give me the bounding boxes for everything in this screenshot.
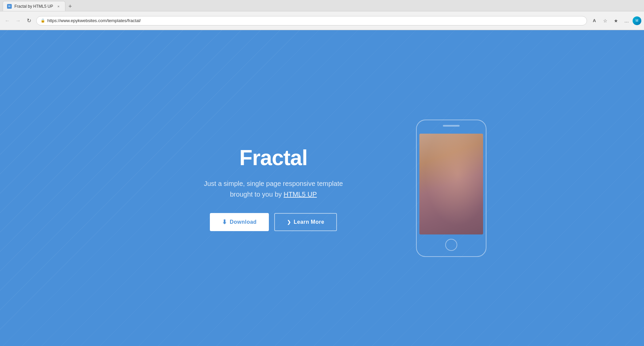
learn-more-label: Learn More [294, 219, 324, 225]
lock-icon: 🔒 [41, 18, 45, 23]
download-label: Download [230, 219, 256, 225]
download-button[interactable]: ⬇ Download [210, 213, 269, 231]
url-text: https://www.epykwebsites.com/templates/f… [47, 18, 583, 23]
active-tab[interactable]: H Fractal by HTML5 UP × [3, 1, 65, 11]
phone-speaker [443, 125, 460, 127]
tab-close-button[interactable]: × [56, 4, 61, 9]
download-icon: ⬇ [222, 218, 227, 226]
back-button[interactable]: ← [3, 16, 12, 25]
address-bar[interactable]: 🔒 https://www.epykwebsites.com/templates… [36, 16, 587, 25]
forward-button[interactable]: → [13, 16, 23, 25]
phone-home-button [445, 239, 457, 251]
new-tab-button[interactable]: + [65, 2, 75, 11]
tab-favicon: H [7, 4, 12, 9]
learn-more-button[interactable]: ❯ Learn More [274, 213, 337, 231]
tab-bar: H Fractal by HTML5 UP × + [0, 0, 644, 11]
browser-toolbar: ← → ↻ 🔒 https://www.epykwebsites.com/tem… [0, 11, 644, 30]
phone-screen [419, 134, 483, 234]
hero-text: Fractal Just a simple, single page respo… [158, 145, 389, 231]
nav-controls: ← → ↻ [3, 16, 34, 25]
hero-subtitle-text: Just a simple, single page responsive te… [204, 180, 343, 198]
collections-button[interactable]: ★ [611, 16, 621, 25]
reload-button[interactable]: ↻ [24, 16, 34, 25]
hero-container: Fractal Just a simple, single page respo… [138, 120, 507, 257]
more-button[interactable]: … [622, 16, 631, 25]
reader-view-button[interactable]: A [590, 16, 599, 25]
hero-subtitle: Just a simple, single page responsive te… [196, 178, 351, 200]
page-content: Fractal Just a simple, single page respo… [0, 30, 644, 346]
hero-buttons: ⬇ Download ❯ Learn More [158, 213, 389, 231]
learn-more-icon: ❯ [287, 219, 291, 225]
tab-title: Fractal by HTML5 UP [14, 4, 53, 9]
toolbar-right: A ☆ ★ … M [590, 16, 641, 25]
profile-button[interactable]: M [633, 16, 641, 25]
phone-mockup [416, 120, 486, 257]
hero-title: Fractal [158, 145, 389, 170]
favorites-button[interactable]: ☆ [600, 16, 610, 25]
html5up-link[interactable]: HTML5 UP [284, 191, 317, 198]
